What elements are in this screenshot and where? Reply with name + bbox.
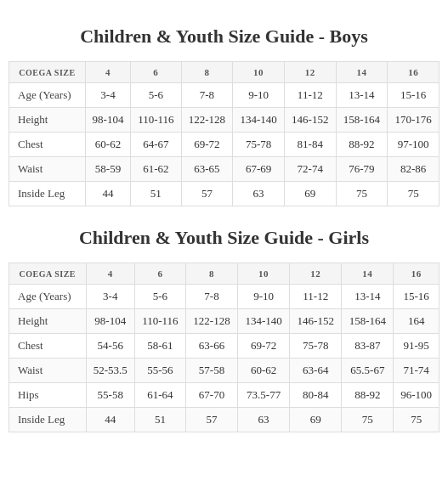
table-row: Height98-104110-116122-128134-140146-152… [9, 309, 439, 334]
girls-cell-2-2: 63-66 [185, 334, 237, 359]
girls-cell-4-1: 61-64 [134, 383, 185, 408]
girls-cell-0-1: 5-6 [134, 285, 185, 309]
boys-cell-4-1: 51 [131, 182, 182, 206]
girls-row-label-3: Waist [9, 359, 87, 383]
table-row: Age (Years)3-45-67-89-1011-1213-1415-16 [9, 83, 439, 108]
boys-cell-0-2: 7-8 [181, 83, 233, 108]
girls-cell-0-5: 13-14 [342, 285, 394, 309]
girls-cell-4-3: 73.5-77 [238, 383, 290, 408]
boys-cell-1-0: 98-104 [85, 108, 130, 133]
boys-col-header-label: COEGA SIZE [9, 62, 86, 83]
girls-cell-1-3: 134-140 [238, 309, 290, 334]
girls-cell-1-2: 122-128 [185, 309, 237, 334]
girls-cell-4-2: 67-70 [185, 383, 237, 408]
girls-title: Children & Youth Size Guide - Girls [9, 227, 439, 249]
girls-cell-3-4: 63-64 [290, 359, 342, 383]
girls-cell-2-3: 69-72 [238, 334, 290, 359]
boys-col-header-4: 4 [85, 62, 130, 83]
girls-row-label-1: Height [9, 309, 87, 334]
girls-cell-3-2: 57-58 [185, 359, 237, 383]
girls-row-label-4: Hips [9, 383, 87, 408]
girls-size-table: COEGA SIZE46810121416 Age (Years)3-45-67… [9, 263, 439, 432]
table-row: Hips55-5861-6467-7073.5-7780-8488-9296-1… [9, 383, 439, 408]
boys-cell-2-5: 88-92 [336, 133, 388, 157]
boys-cell-2-6: 97-100 [388, 133, 439, 157]
boys-cell-3-2: 63-65 [181, 157, 233, 182]
boys-row-label-2: Chest [9, 133, 86, 157]
boys-cell-1-3: 134-140 [233, 108, 285, 133]
girls-cell-1-1: 110-116 [134, 309, 185, 334]
girls-cell-3-0: 52-53.5 [86, 359, 134, 383]
girls-cell-0-4: 11-12 [290, 285, 342, 309]
boys-cell-3-4: 72-74 [284, 157, 336, 182]
girls-cell-2-1: 58-61 [134, 334, 185, 359]
boys-cell-3-6: 82-86 [388, 157, 439, 182]
girls-cell-5-1: 51 [134, 408, 185, 432]
boys-cell-3-3: 67-69 [233, 157, 285, 182]
boys-cell-0-0: 3-4 [85, 83, 130, 108]
girls-cell-3-5: 65.5-67 [342, 359, 394, 383]
girls-table-body: Age (Years)3-45-67-89-1011-1213-1415-16H… [9, 285, 439, 432]
girls-cell-2-4: 75-78 [290, 334, 342, 359]
boys-cell-3-0: 58-59 [85, 157, 130, 182]
table-row: Inside Leg44515763697575 [9, 182, 439, 206]
girls-col-header-14: 14 [342, 263, 394, 285]
girls-cell-1-6: 164 [394, 309, 439, 334]
boys-cell-4-5: 75 [336, 182, 388, 206]
boys-header-row: COEGA SIZE46810121416 [9, 62, 439, 83]
boys-cell-0-1: 5-6 [131, 83, 182, 108]
girls-cell-4-5: 88-92 [342, 383, 394, 408]
boys-cell-1-5: 158-164 [336, 108, 388, 133]
girls-cell-5-6: 75 [394, 408, 439, 432]
girls-cell-2-6: 91-95 [394, 334, 439, 359]
girls-cell-1-4: 146-152 [290, 309, 342, 334]
table-row: Waist52-53.555-5657-5860-6263-6465.5-677… [9, 359, 439, 383]
girls-cell-4-6: 96-100 [394, 383, 439, 408]
girls-cell-4-4: 80-84 [290, 383, 342, 408]
boys-table-body: Age (Years)3-45-67-89-1011-1213-1415-16H… [9, 83, 439, 206]
boys-cell-4-3: 63 [233, 182, 285, 206]
boys-col-header-6: 6 [131, 62, 182, 83]
boys-col-header-14: 14 [336, 62, 388, 83]
boys-cell-4-6: 75 [388, 182, 439, 206]
boys-cell-1-2: 122-128 [181, 108, 233, 133]
girls-cell-4-0: 55-58 [86, 383, 134, 408]
table-row: Chest60-6264-6769-7275-7881-8488-9297-10… [9, 133, 439, 157]
girls-col-header-10: 10 [238, 263, 290, 285]
girls-cell-5-3: 63 [238, 408, 290, 432]
girls-cell-1-0: 98-104 [86, 309, 134, 334]
boys-cell-3-5: 76-79 [336, 157, 388, 182]
girls-col-header-6: 6 [134, 263, 185, 285]
girls-cell-0-3: 9-10 [238, 285, 290, 309]
girls-cell-2-5: 83-87 [342, 334, 394, 359]
girls-cell-5-4: 69 [290, 408, 342, 432]
girls-header-row: COEGA SIZE46810121416 [9, 263, 439, 285]
boys-cell-0-3: 9-10 [233, 83, 285, 108]
girls-cell-3-3: 60-62 [238, 359, 290, 383]
boys-row-label-1: Height [9, 108, 86, 133]
table-row: Height98-104110-116122-128134-140146-152… [9, 108, 439, 133]
boys-col-header-16: 16 [388, 62, 439, 83]
girls-cell-5-2: 57 [185, 408, 237, 432]
boys-col-header-8: 8 [181, 62, 233, 83]
boys-size-table: COEGA SIZE46810121416 Age (Years)3-45-67… [9, 61, 439, 206]
boys-col-header-10: 10 [233, 62, 285, 83]
girls-cell-2-0: 54-56 [86, 334, 134, 359]
boys-cell-3-1: 61-62 [131, 157, 182, 182]
girls-col-header-4: 4 [86, 263, 134, 285]
boys-cell-4-4: 69 [284, 182, 336, 206]
girls-row-label-0: Age (Years) [9, 285, 87, 309]
boys-row-label-4: Inside Leg [9, 182, 86, 206]
table-row: Inside Leg44515763697575 [9, 408, 439, 432]
girls-row-label-2: Chest [9, 334, 87, 359]
boys-cell-4-2: 57 [181, 182, 233, 206]
girls-cell-5-5: 75 [342, 408, 394, 432]
boys-row-label-3: Waist [9, 157, 86, 182]
boys-cell-0-5: 13-14 [336, 83, 388, 108]
boys-cell-1-1: 110-116 [131, 108, 182, 133]
boys-cell-2-1: 64-67 [131, 133, 182, 157]
boys-cell-2-0: 60-62 [85, 133, 130, 157]
girls-row-label-5: Inside Leg [9, 408, 87, 432]
girls-col-header-16: 16 [394, 263, 439, 285]
boys-title: Children & Youth Size Guide - Boys [9, 25, 439, 48]
